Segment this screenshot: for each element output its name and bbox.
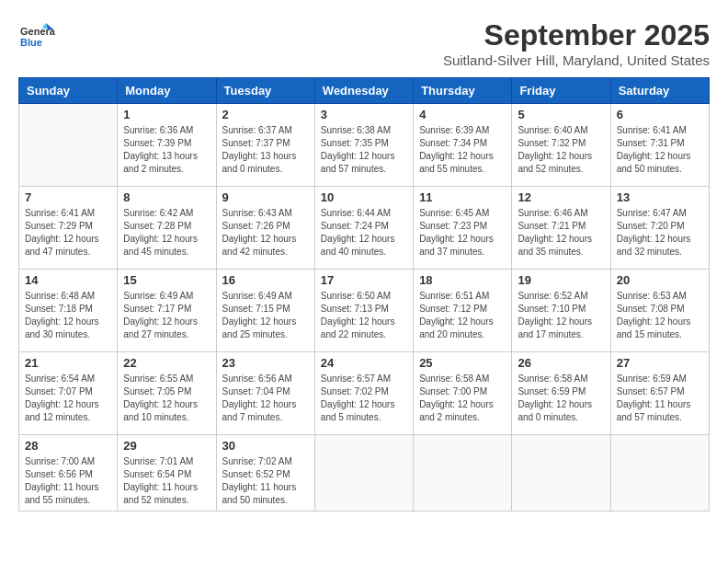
calendar-cell: 18Sunrise: 6:51 AMSunset: 7:12 PMDayligh… (414, 270, 512, 352)
day-info: Sunrise: 6:48 AMSunset: 7:18 PMDaylight:… (25, 290, 111, 341)
calendar-cell: 1Sunrise: 6:36 AMSunset: 7:39 PMDaylight… (118, 104, 216, 187)
day-number: 29 (123, 439, 210, 453)
day-info: Sunrise: 6:36 AMSunset: 7:39 PMDaylight:… (123, 124, 210, 176)
day-header-thursday: Thursday (414, 78, 512, 104)
calendar-cell: 15Sunrise: 6:49 AMSunset: 7:17 PMDayligh… (118, 270, 216, 352)
day-info: Sunrise: 6:53 AMSunset: 7:08 PMDaylight:… (617, 290, 703, 341)
day-number: 26 (518, 356, 604, 370)
calendar-cell: 11Sunrise: 6:45 AMSunset: 7:23 PMDayligh… (414, 187, 512, 270)
calendar-cell: 25Sunrise: 6:58 AMSunset: 7:00 PMDayligh… (414, 352, 512, 435)
day-info: Sunrise: 6:49 AMSunset: 7:17 PMDaylight:… (123, 290, 210, 341)
day-info: Sunrise: 6:42 AMSunset: 7:28 PMDaylight:… (123, 207, 210, 259)
day-number: 5 (518, 108, 604, 121)
calendar-cell: 13Sunrise: 6:47 AMSunset: 7:20 PMDayligh… (610, 187, 709, 270)
calendar-cell: 26Sunrise: 6:58 AMSunset: 6:59 PMDayligh… (512, 352, 610, 435)
calendar-cell: 12Sunrise: 6:46 AMSunset: 7:21 PMDayligh… (512, 187, 610, 270)
calendar-cell (512, 435, 610, 511)
calendar-week-3: 14Sunrise: 6:48 AMSunset: 7:18 PMDayligh… (19, 270, 710, 352)
title-area: September 2025 Suitland-Silver Hill, Mar… (443, 18, 710, 68)
day-number: 14 (25, 273, 111, 287)
calendar-week-4: 21Sunrise: 6:54 AMSunset: 7:07 PMDayligh… (19, 352, 710, 435)
calendar-cell: 9Sunrise: 6:43 AMSunset: 7:26 PMDaylight… (216, 187, 314, 270)
day-info: Sunrise: 6:46 AMSunset: 7:21 PMDaylight:… (518, 207, 604, 259)
logo-icon: General Blue (18, 18, 55, 55)
month-title: September 2025 (443, 18, 710, 52)
day-info: Sunrise: 6:41 AMSunset: 7:31 PMDaylight:… (617, 124, 703, 176)
day-number: 7 (25, 190, 111, 204)
day-number: 15 (123, 273, 210, 287)
day-number: 6 (617, 108, 703, 121)
day-number: 3 (321, 108, 407, 121)
calendar-cell: 29Sunrise: 7:01 AMSunset: 6:54 PMDayligh… (118, 435, 216, 511)
day-number: 16 (222, 273, 309, 287)
day-number: 27 (617, 356, 703, 370)
day-number: 2 (222, 108, 309, 121)
calendar-cell (610, 435, 709, 511)
page-header: General Blue September 2025 Suitland-Sil… (18, 18, 710, 68)
day-info: Sunrise: 6:58 AMSunset: 7:00 PMDaylight:… (419, 373, 506, 424)
day-info: Sunrise: 6:39 AMSunset: 7:34 PMDaylight:… (419, 124, 506, 176)
day-number: 22 (123, 356, 210, 370)
calendar-cell: 2Sunrise: 6:37 AMSunset: 7:37 PMDaylight… (216, 104, 314, 187)
svg-text:Blue: Blue (20, 37, 42, 48)
calendar-cell: 6Sunrise: 6:41 AMSunset: 7:31 PMDaylight… (610, 104, 709, 187)
calendar-body: 1Sunrise: 6:36 AMSunset: 7:39 PMDaylight… (19, 104, 710, 511)
day-info: Sunrise: 6:49 AMSunset: 7:15 PMDaylight:… (222, 290, 309, 341)
day-number: 1 (123, 108, 210, 121)
day-number: 10 (321, 190, 407, 204)
day-info: Sunrise: 7:00 AMSunset: 6:56 PMDaylight:… (25, 455, 111, 507)
day-number: 13 (617, 190, 703, 204)
day-number: 18 (419, 273, 506, 287)
location: Suitland-Silver Hill, Maryland, United S… (443, 52, 710, 68)
calendar-cell: 22Sunrise: 6:55 AMSunset: 7:05 PMDayligh… (118, 352, 216, 435)
day-number: 11 (419, 190, 506, 204)
day-info: Sunrise: 6:45 AMSunset: 7:23 PMDaylight:… (419, 207, 506, 259)
day-number: 24 (321, 356, 407, 370)
calendar-cell: 8Sunrise: 6:42 AMSunset: 7:28 PMDaylight… (118, 187, 216, 270)
day-number: 19 (518, 273, 604, 287)
calendar-cell: 14Sunrise: 6:48 AMSunset: 7:18 PMDayligh… (19, 270, 118, 352)
day-info: Sunrise: 6:51 AMSunset: 7:12 PMDaylight:… (419, 290, 506, 341)
day-header-monday: Monday (118, 78, 216, 104)
day-info: Sunrise: 6:52 AMSunset: 7:10 PMDaylight:… (518, 290, 604, 341)
calendar-cell: 24Sunrise: 6:57 AMSunset: 7:02 PMDayligh… (314, 352, 413, 435)
calendar-week-5: 28Sunrise: 7:00 AMSunset: 6:56 PMDayligh… (19, 435, 710, 511)
day-number: 12 (518, 190, 604, 204)
calendar-cell (314, 435, 413, 511)
calendar-cell: 10Sunrise: 6:44 AMSunset: 7:24 PMDayligh… (314, 187, 413, 270)
calendar-cell: 17Sunrise: 6:50 AMSunset: 7:13 PMDayligh… (314, 270, 413, 352)
day-info: Sunrise: 7:02 AMSunset: 6:52 PMDaylight:… (222, 455, 309, 507)
day-info: Sunrise: 6:37 AMSunset: 7:37 PMDaylight:… (222, 124, 309, 176)
day-info: Sunrise: 6:41 AMSunset: 7:29 PMDaylight:… (25, 207, 111, 259)
calendar-cell (19, 104, 118, 187)
day-number: 4 (419, 108, 506, 121)
calendar-cell: 16Sunrise: 6:49 AMSunset: 7:15 PMDayligh… (216, 270, 314, 352)
calendar-cell: 3Sunrise: 6:38 AMSunset: 7:35 PMDaylight… (314, 104, 413, 187)
calendar-cell (414, 435, 512, 511)
calendar-cell: 20Sunrise: 6:53 AMSunset: 7:08 PMDayligh… (610, 270, 709, 352)
day-info: Sunrise: 6:38 AMSunset: 7:35 PMDaylight:… (321, 124, 407, 176)
day-number: 9 (222, 190, 309, 204)
calendar-cell: 27Sunrise: 6:59 AMSunset: 6:57 PMDayligh… (610, 352, 709, 435)
day-info: Sunrise: 6:59 AMSunset: 6:57 PMDaylight:… (617, 373, 703, 424)
day-number: 23 (222, 356, 309, 370)
calendar-week-2: 7Sunrise: 6:41 AMSunset: 7:29 PMDaylight… (19, 187, 710, 270)
logo: General Blue (18, 18, 59, 55)
day-info: Sunrise: 6:44 AMSunset: 7:24 PMDaylight:… (321, 207, 407, 259)
day-info: Sunrise: 6:54 AMSunset: 7:07 PMDaylight:… (25, 373, 111, 424)
day-header-wednesday: Wednesday (314, 78, 413, 104)
day-number: 20 (617, 273, 703, 287)
day-header-saturday: Saturday (610, 78, 709, 104)
calendar-cell: 28Sunrise: 7:00 AMSunset: 6:56 PMDayligh… (19, 435, 118, 511)
calendar-cell: 7Sunrise: 6:41 AMSunset: 7:29 PMDaylight… (19, 187, 118, 270)
day-number: 28 (25, 439, 111, 453)
calendar-cell: 21Sunrise: 6:54 AMSunset: 7:07 PMDayligh… (19, 352, 118, 435)
calendar-cell: 23Sunrise: 6:56 AMSunset: 7:04 PMDayligh… (216, 352, 314, 435)
calendar-cell: 4Sunrise: 6:39 AMSunset: 7:34 PMDaylight… (414, 104, 512, 187)
day-info: Sunrise: 7:01 AMSunset: 6:54 PMDaylight:… (123, 455, 210, 507)
day-info: Sunrise: 6:50 AMSunset: 7:13 PMDaylight:… (321, 290, 407, 341)
day-info: Sunrise: 6:57 AMSunset: 7:02 PMDaylight:… (321, 373, 407, 424)
day-number: 21 (25, 356, 111, 370)
day-header-friday: Friday (512, 78, 610, 104)
calendar-week-1: 1Sunrise: 6:36 AMSunset: 7:39 PMDaylight… (19, 104, 710, 187)
